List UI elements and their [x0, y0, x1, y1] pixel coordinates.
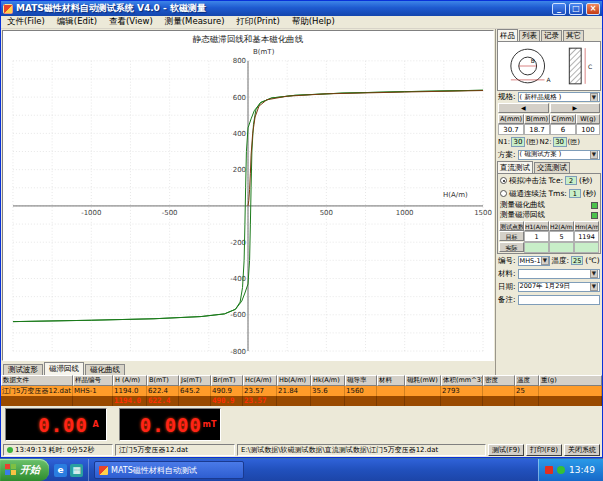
chart-side: -800-600-400-200200400600800-1000-500500… — [1, 29, 495, 375]
dim-value-b[interactable]: 18.7 — [524, 124, 550, 135]
show-desktop-icon[interactable]: ▦ — [70, 464, 83, 477]
turns-row: N1: 30 (匝) N2: 30 (匝) — [496, 135, 602, 148]
mode-tab-0[interactable]: 直流测试 — [497, 161, 533, 173]
title-bar: MATS磁性材料自动测试系统 V4.0 - 软磁测量 _ □ × — [1, 1, 602, 16]
table-header-cell-4: Js(mT) — [179, 375, 211, 386]
method-radio-impulse[interactable]: 模拟冲击法 Tce: 2 (秒) — [498, 174, 600, 187]
tray-status-icon[interactable] — [557, 466, 565, 474]
curve-tab-2[interactable]: 磁化曲线 — [85, 364, 125, 375]
date-value: 2007年 1月29日 — [520, 282, 571, 291]
n1-field[interactable]: 30 — [511, 137, 525, 147]
table-header-cell-15: 重(g) — [539, 375, 602, 386]
checkbox-on-icon — [591, 212, 598, 219]
method2-unit: (秒) — [583, 189, 596, 199]
chevron-down-icon[interactable]: ▼ — [590, 269, 598, 278]
table-live-row-cell-5: 490.9 — [211, 396, 243, 406]
table-header-cell-3: B(mT) — [147, 375, 179, 386]
dimension-table: A(mm) B(mm) C(mm) W(g) 30.7 18.7 6 100 — [498, 114, 600, 135]
prev-spec-button[interactable]: ◀ — [498, 103, 549, 113]
table-header-cell-6: Hc(A/m) — [243, 375, 277, 386]
table-selected-row-cell-11 — [405, 386, 441, 396]
sample-tab-1[interactable]: 列表 — [519, 30, 540, 41]
dim-value-c[interactable]: 6 — [550, 124, 576, 135]
spec-row: 规格: ( 新样品规格 ) ▼ — [496, 91, 602, 103]
tray-app-icon[interactable] — [545, 466, 553, 474]
check2-label: 测量磁滞回线 — [500, 210, 545, 220]
method2-param-field[interactable]: 1 — [569, 189, 581, 198]
menu-item-1[interactable]: 编辑(Edit) — [51, 16, 103, 28]
diagram-label-inner: B — [531, 57, 535, 64]
menu-item-2[interactable]: 查看(View) — [103, 16, 159, 28]
note-field[interactable] — [518, 295, 600, 305]
taskbar-app-label: MATS磁性材料自动测试 — [111, 465, 197, 476]
points-target-hm[interactable]: 1194 — [574, 231, 599, 242]
action-button-1[interactable]: 打印(F8) — [526, 444, 562, 456]
menu-bar: 文件(File)编辑(Edit)查看(View)测量(Measure)打印(Pr… — [1, 16, 602, 29]
desktop: MATS磁性材料自动测试系统 V4.0 - 软磁测量 _ □ × 文件(File… — [0, 0, 603, 481]
menu-item-0[interactable]: 文件(File) — [1, 16, 51, 28]
spec-select[interactable]: ( 新样品规格 ) ▼ — [518, 92, 600, 102]
method1-param-field[interactable]: 2 — [565, 176, 577, 185]
curve-tabs: 测试波形磁滞回线磁化曲线 — [1, 362, 495, 375]
minimize-button[interactable]: _ — [552, 3, 566, 15]
next-spec-button[interactable]: ▶ — [550, 103, 601, 113]
method1-unit: (秒) — [579, 176, 592, 186]
chevron-down-icon[interactable]: ▼ — [590, 150, 598, 159]
action-button-2[interactable]: 关闭系统 — [564, 444, 600, 456]
sample-id-select[interactable]: MHS-1 ▼ — [518, 256, 550, 266]
sample-tab-3[interactable]: 其它 — [563, 30, 584, 41]
check-magnetization-curve[interactable]: 测量磁化曲线 — [498, 200, 600, 210]
table-header-cell-8: Hk(A/m) — [311, 375, 345, 386]
note-row: 备注: — [496, 293, 602, 306]
table-selected-row-cell-5: 490.9 — [211, 386, 243, 396]
sample-tab-2[interactable]: 记录 — [541, 30, 562, 41]
n2-field[interactable]: 30 — [553, 137, 567, 147]
points-target-h2[interactable]: 5 — [549, 231, 574, 242]
spec-label: 规格: — [498, 92, 516, 102]
dim-value-a[interactable]: 30.7 — [498, 124, 524, 135]
curve-tab-1[interactable]: 磁滞回线 — [44, 362, 84, 375]
svg-text:500: 500 — [320, 209, 333, 217]
svg-text:1500: 1500 — [474, 209, 492, 217]
status-path: E:\测试数据\软磁测试数据\直流测试数据\江门5万变压器12.dat — [241, 445, 438, 455]
table-selected-row[interactable]: 江门5万变压器12.datMHS-11194.0622.4645.2490.92… — [1, 386, 602, 396]
menu-item-5[interactable]: 帮助(Help) — [286, 16, 341, 28]
dim-value-w[interactable]: 100 — [576, 124, 600, 135]
action-button-0[interactable]: 测试(F9) — [488, 444, 524, 456]
action-buttons: 测试(F9)打印(F8)关闭系统 — [488, 444, 600, 456]
maximize-button[interactable]: □ — [569, 3, 583, 15]
menu-item-4[interactable]: 打印(Print) — [231, 16, 286, 28]
browser-icon[interactable]: e — [54, 464, 67, 477]
table-selected-row-cell-9: 1560 — [345, 386, 377, 396]
table-selected-row-cell-7: 21.84 — [277, 386, 311, 396]
close-button[interactable]: × — [586, 3, 600, 15]
date-picker[interactable]: 2007年 1月29日 ▼ — [518, 282, 600, 292]
sample-diagram: B A C — [497, 41, 601, 91]
table-header-cell-9: 磁导率 — [345, 375, 377, 386]
chevron-down-icon[interactable]: ▼ — [541, 256, 549, 265]
main-area: -800-600-400-200200400600800-1000-500500… — [1, 29, 602, 375]
table-live-row-cell-10 — [377, 396, 405, 406]
taskbar-app-button[interactable]: MATS磁性材料自动测试 — [94, 461, 244, 479]
check-hysteresis-loop[interactable]: 测量磁滞回线 — [498, 210, 600, 220]
table-live-row-cell-14 — [515, 396, 539, 406]
menu-item-3[interactable]: 测量(Measure) — [159, 16, 231, 28]
start-button[interactable]: 开始 — [0, 459, 49, 481]
temp-field[interactable]: 25 — [571, 256, 583, 265]
mode-tab-1[interactable]: 交流测试 — [534, 162, 570, 173]
sample-tab-0[interactable]: 样品 — [497, 29, 518, 41]
points-target-h1[interactable]: 1 — [524, 231, 549, 242]
table-live-row-cell-2: 1194.0 — [113, 396, 147, 406]
table-header-cell-10: 材料 — [377, 375, 405, 386]
chevron-down-icon[interactable]: ▼ — [590, 282, 598, 291]
flux-led-display: 0.000 mT — [119, 408, 221, 441]
method-radio-continuous[interactable]: 磁通连续法 Tms: 1 (秒) — [498, 187, 600, 200]
material-select[interactable]: ▼ — [518, 269, 600, 279]
chevron-down-icon[interactable]: ▼ — [590, 93, 598, 102]
scheme-select[interactable]: ( 磁测试方案 ) ▼ — [518, 150, 600, 160]
sample-panel: 样品列表记录其它 B A — [495, 29, 602, 375]
points-header-1: H1(A/m) — [524, 221, 549, 231]
table-header-cell-13: 密度 — [483, 375, 515, 386]
table-header-cell-7: Hb(A/m) — [277, 375, 311, 386]
curve-tab-0[interactable]: 测试波形 — [3, 364, 43, 375]
